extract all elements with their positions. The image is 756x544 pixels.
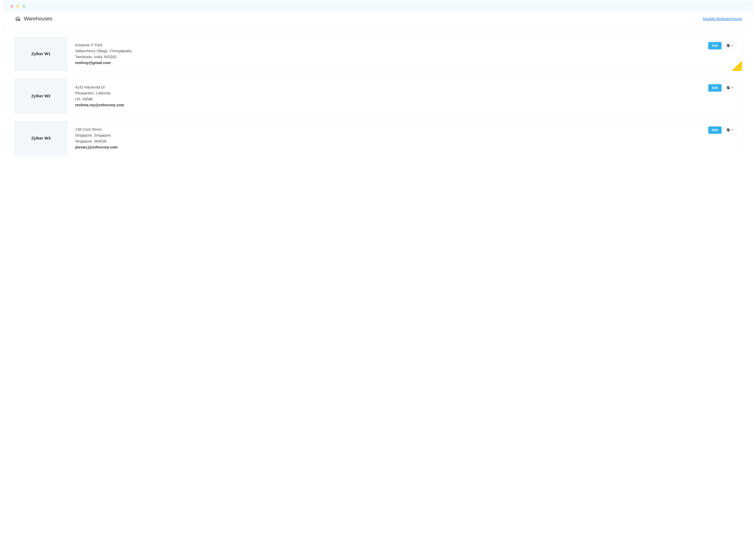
warehouse-address: Estancia IT Park, Vallancherry Village, …	[75, 42, 133, 66]
warehouse-icon	[15, 16, 21, 21]
warehouse-list: Zylker W1 Estancia IT Park, Vallancherry…	[4, 26, 752, 155]
gear-icon	[726, 128, 730, 132]
page-title: Warehouses	[24, 16, 52, 22]
edit-button[interactable]: Edit	[708, 84, 722, 92]
window-maximize-dot[interactable]	[22, 5, 25, 8]
warehouse-name: Zylker W3	[14, 121, 68, 155]
warehouse-email: reshroy@gmail.com	[75, 60, 133, 66]
gear-icon	[726, 86, 730, 90]
warehouse-card: Zylker W3 138 Cecil Street Singapore, Si…	[14, 121, 742, 155]
settings-dropdown-button[interactable]	[723, 126, 736, 133]
gear-icon	[726, 44, 730, 47]
window-close-dot[interactable]	[10, 5, 14, 8]
address-line: 4141 Hacienda Dr	[75, 84, 124, 90]
address-line: Singapore, Singapore	[75, 132, 118, 138]
window-minimize-dot[interactable]	[16, 5, 19, 8]
warehouse-name: Zylker W2	[14, 79, 68, 113]
warehouse-card: Zylker W1 Estancia IT Park, Vallancherry…	[14, 37, 742, 71]
edit-button[interactable]: Edit	[708, 126, 722, 134]
edit-button[interactable]: Edit	[708, 42, 722, 49]
address-line: Vallancherry Village, Chengalpattu,	[75, 48, 133, 54]
address-line: 138 Cecil Street	[75, 126, 118, 132]
chevron-down-icon	[731, 45, 733, 46]
warehouse-address: 4141 Hacienda Dr Pleasanton, Caliornia U…	[75, 84, 124, 108]
warehouse-name: Zylker W1	[14, 37, 68, 71]
address-line: Tamilnadu, India, 603202	[75, 54, 133, 60]
star-icon: ★	[739, 68, 741, 70]
warehouse-email: reshma.roy@zohocorp.com	[75, 102, 124, 108]
disable-multiwarehouse-link[interactable]: Disable Multiwarehouse	[703, 17, 742, 21]
warehouse-address: 138 Cecil Street Singapore, Singapore Si…	[75, 126, 118, 150]
page-header: Warehouses Disable Multiwarehouse	[4, 12, 752, 26]
address-line: Estancia IT Park,	[75, 42, 133, 48]
warehouses-window: Warehouses Disable Multiwarehouse Zylker…	[4, 1, 752, 163]
address-line: Pleasanton, Caliornia	[75, 90, 124, 96]
settings-dropdown-button[interactable]	[723, 84, 736, 91]
warehouse-email: jeevan.j@zohocorp.com	[75, 144, 118, 150]
settings-dropdown-button[interactable]	[723, 42, 736, 49]
address-line: US, 94588	[75, 96, 124, 102]
chevron-down-icon	[731, 129, 733, 130]
address-line: Singapore, 069538	[75, 138, 118, 144]
chevron-down-icon	[731, 87, 733, 88]
window-titlebar	[4, 1, 752, 12]
warehouse-card: Zylker W2 4141 Hacienda Dr Pleasanton, C…	[14, 79, 742, 113]
